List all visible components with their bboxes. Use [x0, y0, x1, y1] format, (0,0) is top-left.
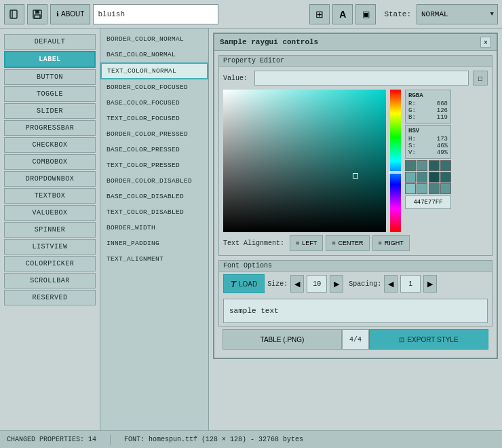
align-left-button[interactable]: ≡ LEFT [290, 235, 323, 251]
sidebar-item-label[interactable]: LABEL [4, 51, 96, 68]
text-icon: A [339, 9, 346, 20]
sidebar-item-button[interactable]: BUTTON [4, 69, 96, 85]
color-picker-area: RGBA R: 068 G: 126 [223, 90, 488, 232]
sidebar-item-dropdownbox[interactable]: DROPDOWNBOX [4, 171, 96, 187]
rgba-g-label: G: [408, 107, 416, 114]
hsv-s-label: S: [408, 143, 416, 149]
swatch-10[interactable] [417, 183, 427, 194]
sidebar-item-scrollbar[interactable]: SCROLLBAR [4, 273, 96, 288]
mid-item-border-color-focused[interactable]: BORDER_COLOR_FOCUSED [100, 79, 208, 95]
sidebar-item-textbox[interactable]: TEXTBOX [4, 188, 96, 204]
hsv-title: HSV [408, 128, 448, 134]
mid-item-base-color-pressed[interactable]: BASE_COLOR_PRESSED [100, 142, 208, 157]
sample-text: sample text [229, 307, 279, 315]
text-alignment-label: Text Alignment: [223, 240, 284, 247]
mid-item-inner-padding[interactable]: INNER_PADDING [100, 236, 208, 251]
spacing-label: Spacing: [349, 280, 381, 288]
swatch-1[interactable] [405, 160, 416, 171]
hex-input[interactable] [405, 195, 451, 209]
ok-icon: □ [478, 75, 482, 82]
sidebar-item-listview[interactable]: LISTVIEW [4, 239, 96, 255]
sidebar-item-reserved[interactable]: RESERVED [4, 290, 96, 305]
right-arrow-icon: ▶ [334, 280, 339, 288]
swatch-4[interactable] [440, 160, 451, 171]
grid-icon: ⊞ [315, 9, 324, 20]
export-style-button[interactable]: ⊡ Export Style [369, 329, 488, 350]
align-right-button[interactable]: ≡ RIGHT [372, 235, 410, 251]
value-ok-button[interactable]: □ [473, 71, 488, 86]
swatch-8[interactable] [440, 172, 451, 183]
mid-item-text-alignment[interactable]: TEXT_ALIGNMENT [100, 251, 208, 267]
spacing-value: 1 [400, 275, 421, 293]
spacing-increase-button[interactable]: ▶ [423, 275, 437, 293]
sidebar-item-colorpicker[interactable]: COLORPICKER [4, 256, 96, 272]
left-arrow-icon: ◀ [294, 280, 300, 288]
status-divider [110, 434, 111, 445]
sidebar-item-valuebox[interactable]: VALUEBOX [4, 205, 96, 221]
swatch-9[interactable] [405, 183, 416, 194]
swatch-3[interactable] [429, 160, 440, 171]
mid-item-text-color-focused[interactable]: TEXT_COLOR_FOCUSED [100, 111, 208, 126]
color-gradient-dark [223, 90, 386, 232]
spacing-right-arrow-icon: ▶ [427, 280, 433, 288]
property-editor-label: Property Editor [219, 56, 492, 67]
status-bar: CHANGED PROPERTIES: 14 FONT: homespun.tt… [0, 430, 502, 448]
mid-item-border-color-normal[interactable]: BORDER_COLOR_NORMAL [100, 31, 208, 47]
font-load-button[interactable]: T Load [223, 274, 265, 293]
grid-view-button[interactable]: ⊞ [309, 4, 330, 24]
save-button[interactable] [27, 4, 47, 24]
left-panel: DEFAULT LABEL BUTTON TOGGLE SLIDER PROGR… [0, 29, 100, 430]
sidebar-item-default[interactable]: DEFAULT [4, 34, 96, 50]
mid-item-border-color-pressed[interactable]: BORDER_COLOR_PRESSED [100, 126, 208, 142]
state-dropdown-wrapper: NORMAL FOCUSED PRESSED DISABLED ▼ [417, 4, 498, 24]
size-decrease-button[interactable]: ◀ [290, 275, 304, 293]
spacing-decrease-button[interactable]: ◀ [384, 275, 398, 293]
sidebar-item-slider[interactable]: SLIDER [4, 103, 96, 119]
sidebar-item-progressbar[interactable]: PROGRESSBAR [4, 120, 96, 136]
color-info-panel: RGBA R: 068 G: 126 [405, 90, 451, 232]
swatch-5[interactable] [405, 172, 416, 183]
mid-item-text-color-normal[interactable]: TEXT_COLOR_NORMAL [100, 62, 208, 79]
mid-item-border-color-disabled[interactable]: BORDER_COLOR_DISABLED [100, 173, 208, 189]
size-increase-button[interactable]: ▶ [330, 275, 343, 293]
text-view-button[interactable]: A [332, 4, 353, 24]
align-center-button[interactable]: ≡ CENTER [326, 235, 369, 251]
style-name-input[interactable] [93, 4, 218, 24]
rgba-g-row: G: 126 [408, 107, 448, 114]
swatch-7[interactable] [429, 172, 440, 183]
window-view-button[interactable]: ▣ [355, 4, 376, 24]
sidebar-item-spinner[interactable]: SPINNER [4, 222, 96, 238]
size-label: Size: [267, 280, 288, 288]
sample-close-button[interactable]: × [480, 37, 491, 48]
svg-rect-0 [10, 10, 17, 18]
swatch-11[interactable] [429, 183, 440, 194]
mid-item-text-color-pressed[interactable]: TEXT_COLOR_PRESSED [100, 157, 208, 173]
hue-bar[interactable] [390, 90, 401, 232]
rgba-b-label: B: [408, 114, 416, 121]
swatch-2[interactable] [417, 160, 427, 171]
swatch-6[interactable] [417, 172, 427, 183]
spacing-left-arrow-icon: ◀ [388, 280, 393, 288]
rgba-title: RGBA [408, 92, 448, 99]
sidebar-item-toggle[interactable]: TOGGLE [4, 86, 96, 102]
sample-titlebar: Sample raygui controls × [214, 34, 497, 51]
mid-item-border-width[interactable]: BORDER_WIDTH [100, 220, 208, 236]
mid-item-base-color-focused[interactable]: BASE_COLOR_FOCUSED [100, 95, 208, 111]
swatch-12[interactable] [440, 183, 451, 194]
sidebar-item-checkbox[interactable]: CHECKBOX [4, 137, 96, 153]
sidebar-item-combobox[interactable]: COMBOBOX [4, 154, 96, 170]
mid-item-base-color-normal[interactable]: BASE_COLOR_NORMAL [100, 47, 208, 62]
about-button[interactable]: ℹ ABOUT [50, 4, 90, 24]
rgba-b-row: B: 119 [408, 114, 448, 121]
mid-item-text-color-disabled[interactable]: TEXT_COLOR_DISABLED [100, 204, 208, 220]
view-icons: ⊞ A ▣ [309, 4, 376, 24]
mid-item-base-color-disabled[interactable]: BASE_COLOR_DISABLED [100, 189, 208, 204]
new-button[interactable] [4, 4, 24, 24]
state-label: State: [384, 10, 411, 18]
hsv-h-value: 173 [437, 136, 448, 143]
toolbar: ℹ ABOUT ⊞ A ▣ State: NORMAL FOCUSED PRES… [0, 0, 502, 29]
value-input[interactable] [254, 71, 469, 86]
color-gradient[interactable] [223, 90, 386, 232]
state-select[interactable]: NORMAL FOCUSED PRESSED DISABLED [417, 4, 498, 24]
table-button[interactable]: TABLE (.png) [223, 329, 342, 350]
